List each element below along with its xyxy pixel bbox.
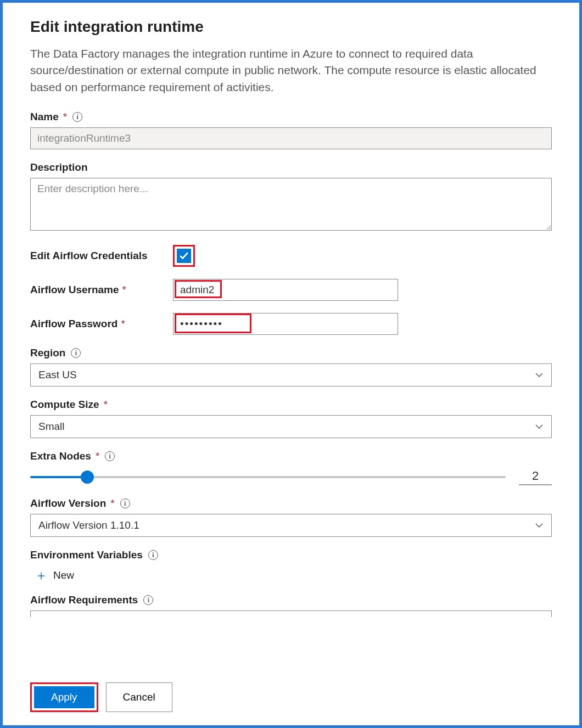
name-input	[30, 127, 552, 149]
page-description: The Data Factory manages the integration…	[30, 46, 552, 96]
description-textarea[interactable]	[30, 178, 552, 231]
info-icon[interactable]: i	[120, 499, 130, 508]
compute-size-label: Compute Size *	[30, 399, 552, 411]
info-icon[interactable]: i	[143, 595, 153, 605]
name-label: Name * i	[30, 111, 552, 123]
requirements-input-stub[interactable]	[30, 611, 552, 617]
airflow-version-select[interactable]: Airflow Version 1.10.1	[30, 514, 552, 537]
slider-track	[30, 476, 506, 478]
airflow-version-label: Airflow Version * i	[30, 497, 552, 509]
slider-fill	[30, 476, 87, 478]
info-icon[interactable]: i	[148, 550, 158, 560]
airflow-version-value: Airflow Version 1.10.1	[38, 519, 139, 531]
username-row: Airflow Username *	[30, 279, 552, 301]
requirements-label-text: Airflow Requirements	[30, 594, 138, 606]
required-star-icon: *	[63, 111, 67, 123]
plus-icon: ＋	[35, 569, 48, 582]
requirements-field-block: Airflow Requirements i	[30, 594, 552, 617]
extra-nodes-label-text: Extra Nodes	[30, 450, 91, 462]
checkmark-icon	[179, 251, 189, 261]
extra-nodes-label: Extra Nodes * i	[30, 450, 552, 462]
description-label-text: Description	[30, 161, 88, 173]
edit-credentials-highlight	[173, 245, 195, 267]
username-label-text: Airflow Username	[30, 284, 119, 296]
chevron-down-icon	[535, 422, 544, 431]
chevron-down-icon	[535, 371, 544, 379]
username-input[interactable]	[173, 279, 398, 301]
region-label: Region i	[30, 347, 552, 359]
page-title: Edit integration runtime	[30, 18, 552, 36]
extra-nodes-slider-row: 2	[30, 469, 552, 485]
required-star-icon: *	[96, 450, 99, 462]
env-vars-new-label: New	[53, 569, 74, 581]
info-icon[interactable]: i	[71, 348, 81, 358]
env-vars-label-text: Environment Variables	[30, 549, 143, 561]
password-label: Airflow Password *	[30, 318, 173, 330]
env-vars-field-block: Environment Variables i ＋ New	[30, 549, 552, 582]
dialog-frame: Edit integration runtime The Data Factor…	[0, 0, 582, 728]
edit-credentials-label-text: Edit Airflow Credentials	[30, 250, 148, 262]
apply-highlight: Apply	[30, 682, 98, 712]
extra-nodes-value[interactable]: 2	[519, 469, 552, 485]
description-label: Description	[30, 161, 552, 173]
region-select[interactable]: East US	[30, 363, 552, 387]
password-input[interactable]	[173, 313, 398, 335]
apply-button[interactable]: Apply	[34, 686, 94, 708]
extra-nodes-field-block: Extra Nodes * i 2	[30, 450, 552, 485]
dialog-content: Edit integration runtime The Data Factor…	[30, 18, 552, 670]
airflow-version-field-block: Airflow Version * i Airflow Version 1.10…	[30, 497, 552, 537]
name-label-text: Name	[30, 111, 59, 123]
region-value: East US	[38, 369, 77, 381]
required-star-icon: *	[121, 318, 125, 330]
compute-size-label-text: Compute Size	[30, 399, 99, 411]
info-icon[interactable]: i	[105, 451, 115, 461]
compute-size-field-block: Compute Size * Small	[30, 399, 552, 438]
env-vars-new-button[interactable]: ＋ New	[35, 569, 74, 582]
region-label-text: Region	[30, 347, 65, 359]
username-label: Airflow Username *	[30, 284, 173, 296]
info-icon[interactable]: i	[72, 112, 82, 122]
password-row: Airflow Password *	[30, 313, 552, 335]
required-star-icon: *	[104, 399, 108, 411]
edit-credentials-checkbox[interactable]	[177, 249, 191, 263]
compute-size-select[interactable]: Small	[30, 415, 552, 438]
dialog-footer: Apply Cancel	[30, 670, 552, 712]
edit-credentials-label: Edit Airflow Credentials	[30, 250, 173, 262]
name-field-block: Name * i	[30, 111, 552, 149]
region-field-block: Region i East US	[30, 347, 552, 387]
extra-nodes-slider[interactable]	[30, 471, 506, 484]
slider-thumb[interactable]	[81, 471, 94, 484]
requirements-label: Airflow Requirements i	[30, 594, 552, 606]
username-control	[173, 279, 398, 301]
edit-credentials-row: Edit Airflow Credentials	[30, 245, 552, 267]
required-star-icon: *	[122, 284, 126, 296]
required-star-icon: *	[110, 497, 114, 509]
compute-size-value: Small	[38, 421, 65, 433]
chevron-down-icon	[535, 521, 544, 530]
env-vars-label: Environment Variables i	[30, 549, 552, 561]
password-control	[173, 313, 398, 335]
description-field-block: Description	[30, 161, 552, 233]
cancel-button[interactable]: Cancel	[106, 682, 172, 712]
airflow-version-label-text: Airflow Version	[30, 497, 106, 509]
password-label-text: Airflow Password	[30, 318, 117, 330]
